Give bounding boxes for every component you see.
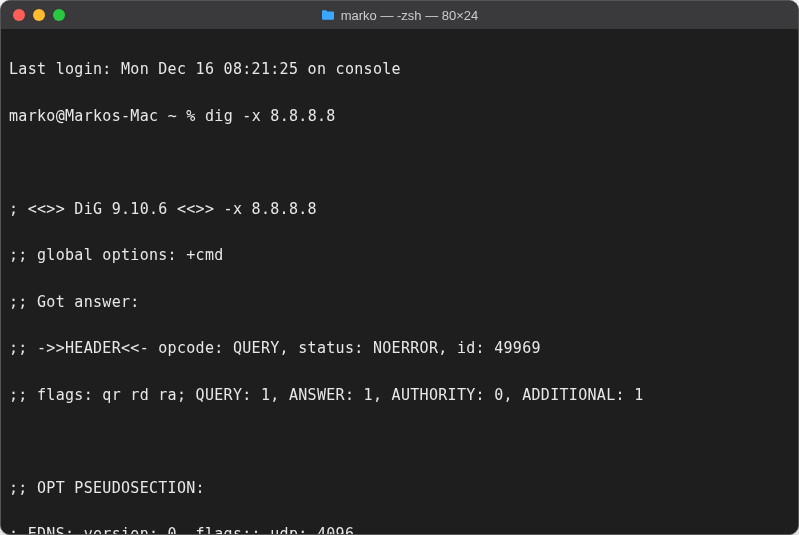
prompt-user: marko@Markos-Mac	[9, 107, 158, 125]
dig-header-line: ; <<>> DiG 9.10.6 <<>> -x 8.8.8.8	[9, 198, 790, 221]
window-title-text: marko — -zsh — 80×24	[341, 8, 479, 23]
minimize-icon[interactable]	[33, 9, 45, 21]
terminal-window: marko — -zsh — 80×24 Last login: Mon Dec…	[0, 0, 799, 535]
header-line: ;; ->>HEADER<<- opcode: QUERY, status: N…	[9, 337, 790, 360]
opt-section-line: ;; OPT PSEUDOSECTION:	[9, 477, 790, 500]
blank-line-2	[9, 430, 790, 453]
close-icon[interactable]	[13, 9, 25, 21]
got-answer-line: ;; Got answer:	[9, 291, 790, 314]
prompt-path: ~	[168, 107, 177, 125]
last-login-line: Last login: Mon Dec 16 08:21:25 on conso…	[9, 58, 790, 81]
folder-icon	[321, 9, 335, 21]
prompt-line: marko@Markos-Mac ~ % dig -x 8.8.8.8	[9, 105, 790, 128]
zoom-icon[interactable]	[53, 9, 65, 21]
edns-line: ; EDNS: version: 0, flags:; udp: 4096	[9, 523, 790, 534]
window-title: marko — -zsh — 80×24	[1, 8, 798, 23]
prompt-symbol: %	[186, 107, 195, 125]
traffic-lights	[1, 9, 65, 21]
flags-line: ;; flags: qr rd ra; QUERY: 1, ANSWER: 1,…	[9, 384, 790, 407]
titlebar: marko — -zsh — 80×24	[1, 1, 798, 29]
command-text: dig -x 8.8.8.8	[205, 107, 336, 125]
global-options-line: ;; global options: +cmd	[9, 244, 790, 267]
terminal-body[interactable]: Last login: Mon Dec 16 08:21:25 on conso…	[1, 29, 798, 534]
blank-line	[9, 151, 790, 174]
